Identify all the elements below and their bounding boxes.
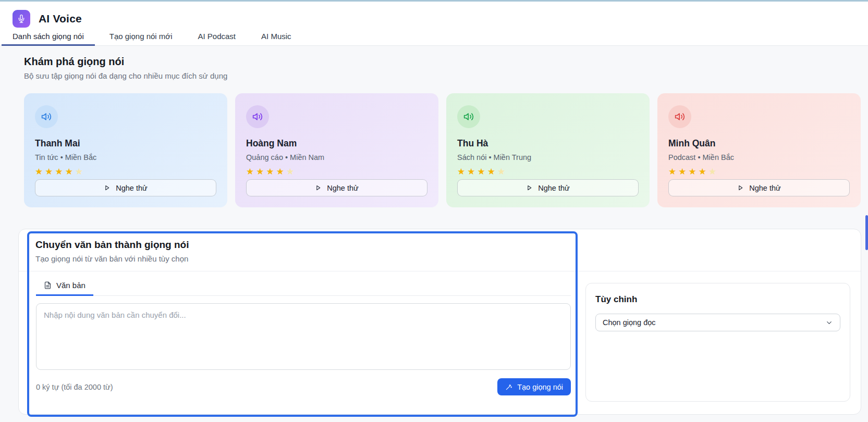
star-icon: ★: [286, 167, 296, 177]
nav-tab-voice-list[interactable]: Danh sách giọng nói: [2, 32, 95, 45]
voice-card: Thu Hà Sách nói • Miền Trung ★★★★★ Nghe …: [446, 93, 650, 207]
play-icon: [315, 184, 322, 191]
explore-title: Khám phá giọng nói: [24, 56, 868, 68]
customize-title: Tùy chỉnh: [595, 294, 840, 305]
star-icon: ★: [467, 167, 477, 177]
tab-van-ban-label: Văn bản: [56, 281, 85, 290]
star-icon: ★: [689, 167, 699, 177]
magic-wand-icon: [505, 383, 512, 391]
rating-stars: ★★★★★: [35, 167, 216, 176]
voice-card: Minh Quân Podcast • Miền Bắc ★★★★★ Nghe …: [657, 93, 861, 207]
tts-title: Chuyển văn bản thành giọng nói: [35, 239, 844, 251]
generate-voice-button[interactable]: Tạo giọng nói: [497, 378, 571, 395]
main-nav-tabs: Danh sách giọng nóiTạo giọng nói mớiAI P…: [2, 32, 868, 45]
star-icon: ★: [457, 167, 467, 177]
voice-card: Hoàng Nam Quảng cáo • Miền Nam ★★★★★ Ngh…: [235, 93, 438, 207]
voice-select-value: Chọn giọng đọc: [603, 318, 656, 327]
generate-voice-label: Tạo giọng nói: [517, 383, 563, 391]
scrollbar-thumb[interactable]: [865, 215, 868, 250]
voice-meta: Sách nói • Miền Trung: [457, 153, 639, 162]
voice-name: Hoàng Nam: [246, 138, 427, 149]
voice-card: Thanh Mai Tin tức • Miền Bắc ★★★★★ Nghe …: [24, 93, 227, 207]
voice-select-dropdown[interactable]: Chọn giọng đọc: [595, 314, 840, 331]
star-icon: ★: [487, 167, 497, 177]
play-icon: [737, 184, 744, 191]
play-icon: [104, 184, 111, 191]
star-icon: ★: [497, 167, 507, 177]
voice-name: Thu Hà: [457, 138, 639, 149]
speaker-icon-badge: [35, 105, 58, 128]
star-icon: ★: [256, 167, 266, 177]
star-icon: ★: [45, 167, 55, 177]
speaker-icon: [41, 111, 52, 122]
speaker-icon-badge: [246, 105, 269, 128]
speaker-icon: [463, 111, 474, 122]
tts-footer: 0 ký tự (tối đa 2000 từ) Tạo giọng nói: [36, 378, 571, 395]
listen-button[interactable]: Nghe thử: [35, 179, 216, 196]
explore-subtitle: Bộ sưu tập giọng nói đa dạng cho nhiều m…: [24, 71, 868, 80]
tts-panel: Chuyển văn bản thành giọng nói Tạo giọng…: [18, 229, 861, 415]
star-icon: ★: [65, 167, 75, 177]
tts-panel-header: Chuyển văn bản thành giọng nói Tạo giọng…: [19, 229, 861, 271]
tts-editor-column: Văn bản 0 ký tự (tối đa 2000 từ): [19, 271, 578, 402]
star-icon: ★: [266, 167, 276, 177]
rating-stars: ★★★★★: [246, 167, 427, 176]
app-header: AI Voice Danh sách giọng nóiTạo giọng nó…: [0, 2, 868, 46]
tts-text-input[interactable]: [36, 303, 571, 370]
tts-panel-body: Văn bản 0 ký tự (tối đa 2000 từ): [19, 271, 861, 402]
brand: AI Voice: [13, 10, 868, 28]
listen-button-label: Nghe thử: [749, 184, 781, 192]
speaker-icon-badge: [457, 105, 480, 128]
app-title: AI Voice: [39, 13, 82, 25]
voice-meta: Quảng cáo • Miền Nam: [246, 153, 427, 162]
listen-button-label: Nghe thử: [327, 184, 359, 192]
nav-tab-ai-music[interactable]: AI Music: [250, 32, 302, 45]
star-icon: ★: [708, 167, 718, 177]
listen-button-label: Nghe thử: [538, 184, 570, 192]
nav-tab-ai-podcast[interactable]: AI Podcast: [187, 32, 247, 45]
listen-button[interactable]: Nghe thử: [457, 179, 639, 196]
nav-tab-create-voice[interactable]: Tạo giọng nói mới: [99, 32, 184, 45]
speaker-icon: [675, 111, 685, 122]
star-icon: ★: [35, 167, 45, 177]
document-icon: [44, 281, 52, 289]
star-icon: ★: [699, 167, 708, 177]
star-icon: ★: [668, 167, 678, 177]
star-icon: ★: [276, 167, 286, 177]
star-icon: ★: [246, 167, 256, 177]
tab-van-ban[interactable]: Văn bản: [36, 281, 93, 295]
voice-card-list: Thanh Mai Tin tức • Miền Bắc ★★★★★ Nghe …: [24, 93, 861, 207]
speaker-icon-badge: [668, 105, 691, 128]
rating-stars: ★★★★★: [457, 167, 639, 176]
rating-stars: ★★★★★: [668, 167, 850, 176]
tts-tab-bar: Văn bản: [36, 281, 571, 296]
chevron-down-icon: [825, 319, 833, 327]
microphone-icon: [17, 15, 26, 23]
tts-subtitle: Tạo giọng nói từ văn bản với nhiều tùy c…: [35, 254, 844, 263]
play-icon: [526, 184, 533, 191]
listen-button[interactable]: Nghe thử: [246, 179, 427, 196]
star-icon: ★: [478, 167, 487, 177]
char-counter: 0 ký tự (tối đa 2000 từ): [36, 383, 113, 391]
star-icon: ★: [55, 167, 65, 177]
listen-button-label: Nghe thử: [116, 184, 148, 192]
star-icon: ★: [75, 167, 85, 177]
voice-name: Minh Quân: [668, 138, 850, 149]
main-content: Khám phá giọng nói Bộ sưu tập giọng nói …: [0, 46, 868, 415]
customize-panel: Tùy chỉnh Chọn giọng đọc: [585, 283, 850, 402]
star-icon: ★: [678, 167, 688, 177]
listen-button[interactable]: Nghe thử: [668, 179, 850, 196]
voice-name: Thanh Mai: [35, 138, 216, 149]
voice-meta: Podcast • Miền Bắc: [668, 153, 850, 162]
voice-meta: Tin tức • Miền Bắc: [35, 153, 216, 162]
speaker-icon: [252, 111, 263, 122]
app-logo: [13, 10, 30, 28]
